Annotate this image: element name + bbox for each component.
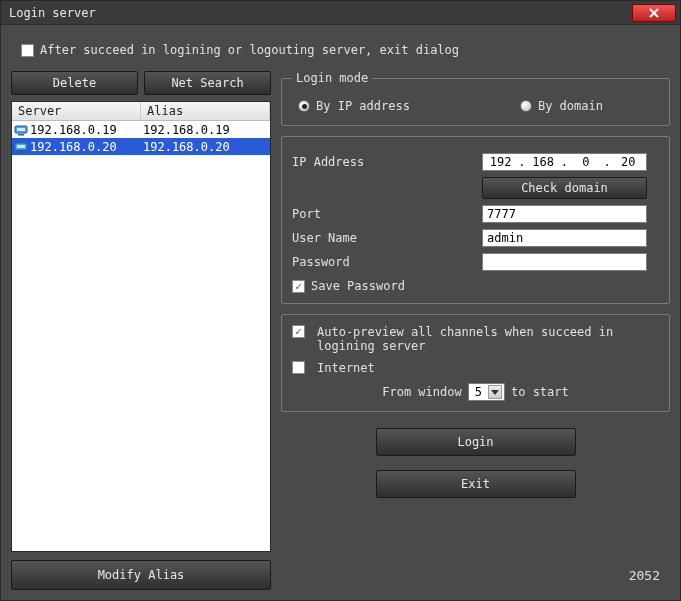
ip-address-label: IP Address xyxy=(292,155,482,169)
cell-server: 192.168.0.19 xyxy=(12,123,141,137)
titlebar: Login server xyxy=(1,1,680,25)
save-password-row: Save Password xyxy=(292,279,659,293)
auto-preview-label: Auto-preview all channels when succeed i… xyxy=(317,325,659,353)
svg-rect-5 xyxy=(18,151,24,153)
from-window-suffix: to start xyxy=(511,385,569,399)
footer-number: 2052 xyxy=(629,568,660,583)
from-window-value: 5 xyxy=(475,385,482,399)
login-server-window: Login server After succeed in logining o… xyxy=(0,0,681,601)
exit-dialog-checkbox[interactable] xyxy=(21,44,34,57)
check-domain-wrap: Check domain xyxy=(482,177,659,199)
right-column: Login mode By IP address By domain xyxy=(281,71,670,552)
check-domain-button[interactable]: Check domain xyxy=(482,177,647,199)
close-button[interactable] xyxy=(632,4,676,22)
svg-rect-1 xyxy=(17,128,25,131)
table-row[interactable]: 192.168.0.20 192.168.0.20 xyxy=(12,138,270,155)
exit-dialog-row: After succeed in logining or logouting s… xyxy=(21,43,670,57)
cell-alias: 192.168.0.20 xyxy=(141,140,270,154)
auto-preview-group: Auto-preview all channels when succeed i… xyxy=(281,314,670,412)
radio-by-ip-label: By IP address xyxy=(316,99,410,113)
left-button-row: Delete Net Search xyxy=(11,71,271,95)
from-window-prefix: From window xyxy=(382,385,461,399)
username-label: User Name xyxy=(292,231,482,245)
svg-rect-4 xyxy=(17,145,25,148)
radio-dot-icon xyxy=(520,100,532,112)
cell-alias: 192.168.0.19 xyxy=(141,123,270,137)
svg-rect-2 xyxy=(18,134,24,136)
net-search-button[interactable]: Net Search xyxy=(144,71,271,95)
window-title: Login server xyxy=(9,6,96,20)
footer-row: Modify Alias 2052 xyxy=(11,560,670,590)
auto-preview-row: Auto-preview all channels when succeed i… xyxy=(292,325,659,353)
connection-group: IP Address 192. 168. 0. 20 Check domain … xyxy=(281,136,670,304)
exit-button[interactable]: Exit xyxy=(376,470,576,498)
port-input[interactable] xyxy=(482,205,647,223)
left-column: Delete Net Search Server Alias 192.168.0… xyxy=(11,71,271,552)
column-server[interactable]: Server xyxy=(12,102,141,120)
login-mode-legend: Login mode xyxy=(292,71,372,85)
exit-dialog-label: After succeed in logining or logouting s… xyxy=(40,43,459,57)
chevron-down-icon xyxy=(488,385,502,399)
auto-preview-checkbox[interactable] xyxy=(292,325,305,338)
server-icon xyxy=(14,141,28,153)
username-input[interactable] xyxy=(482,229,647,247)
action-buttons: Login Exit xyxy=(281,428,670,498)
column-alias[interactable]: Alias xyxy=(141,102,270,120)
cell-server: 192.168.0.20 xyxy=(12,140,141,154)
radio-by-domain[interactable]: By domain xyxy=(520,99,603,113)
form-grid: IP Address 192. 168. 0. 20 Check domain … xyxy=(292,153,659,271)
server-list-body: 192.168.0.19 192.168.0.19 192.168.0.20 1… xyxy=(12,121,270,551)
internet-label: Internet xyxy=(317,361,375,375)
from-window-select[interactable]: 5 xyxy=(468,383,505,401)
server-list-header: Server Alias xyxy=(12,102,270,121)
content-area: After succeed in logining or logouting s… xyxy=(1,25,680,600)
password-input[interactable] xyxy=(482,253,647,271)
internet-checkbox[interactable] xyxy=(292,361,305,374)
port-label: Port xyxy=(292,207,482,221)
save-password-label: Save Password xyxy=(311,279,405,293)
delete-button[interactable]: Delete xyxy=(11,71,138,95)
main-row: Delete Net Search Server Alias 192.168.0… xyxy=(11,71,670,552)
password-label: Password xyxy=(292,255,482,269)
radio-dot-icon xyxy=(298,100,310,112)
modify-alias-button[interactable]: Modify Alias xyxy=(11,560,271,590)
login-mode-group: Login mode By IP address By domain xyxy=(281,71,670,126)
server-icon xyxy=(14,124,28,136)
from-window-row: From window 5 to start xyxy=(292,383,659,401)
server-list[interactable]: Server Alias 192.168.0.19 192.168.0.19 xyxy=(11,101,271,552)
login-button[interactable]: Login xyxy=(376,428,576,456)
close-icon xyxy=(649,8,659,18)
login-mode-radio-row: By IP address By domain xyxy=(292,95,659,115)
ip-address-input[interactable]: 192. 168. 0. 20 xyxy=(482,153,647,171)
save-password-checkbox[interactable] xyxy=(292,280,305,293)
radio-by-ip[interactable]: By IP address xyxy=(298,99,410,113)
table-row[interactable]: 192.168.0.19 192.168.0.19 xyxy=(12,121,270,138)
radio-by-domain-label: By domain xyxy=(538,99,603,113)
internet-row: Internet xyxy=(292,361,659,375)
